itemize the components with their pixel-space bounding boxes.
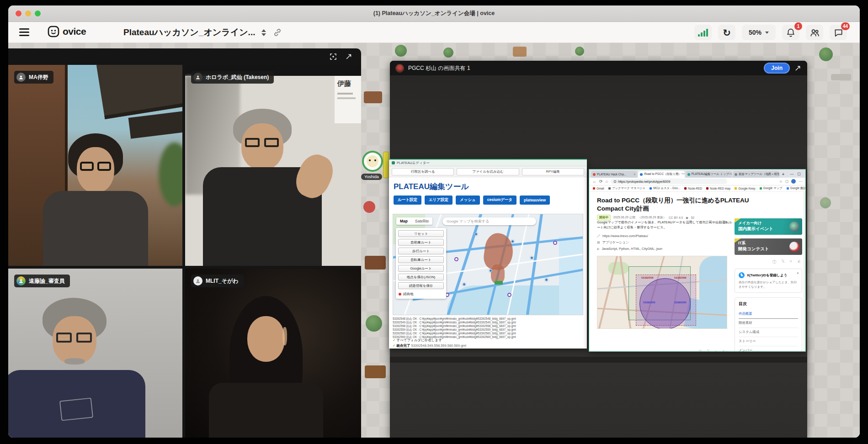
copy-link-icon[interactable] xyxy=(272,27,282,37)
x-icon[interactable]: 𝕏 xyxy=(707,349,710,352)
avatar-name-label: Yoshida xyxy=(361,174,382,180)
toc-item-materials[interactable]: 開発素材 xyxy=(739,319,798,328)
article-tags[interactable]: JavaScript, Python, HTML, CityGML, json xyxy=(602,247,662,251)
article-title-line1: Road to PGCC（段取り用）一強引に進めるPLATEAU xyxy=(597,196,749,205)
x-icon[interactable]: 𝕏 xyxy=(781,259,784,265)
plateauview-button[interactable]: plateauview xyxy=(520,196,550,205)
bookmark-gmail[interactable]: Gmail xyxy=(593,187,604,190)
bookmark-node-red[interactable]: Node-RED xyxy=(684,187,702,190)
route-setting-button[interactable]: ルート設定 xyxy=(394,196,421,205)
join-share-button[interactable]: Join xyxy=(764,63,790,74)
close-window-button[interactable] xyxy=(16,11,21,16)
video-feed-endo: 遠藤諭_審査員 xyxy=(8,269,182,438)
bookmark-manager[interactable]: ブックマーク マネージャ xyxy=(608,186,645,190)
google-route-button[interactable]: Googleルート xyxy=(398,265,444,272)
expand-panel-icon[interactable] xyxy=(345,53,353,61)
area-setting-button[interactable]: エリア設定 xyxy=(425,196,453,205)
plateau-menu-rpy[interactable]: RPY編集 xyxy=(522,168,584,175)
mesh-button[interactable]: メッシュ xyxy=(456,196,480,205)
room-selector[interactable]: Plateauハッカソン_オンライン... xyxy=(123,26,282,38)
new-tab-button[interactable]: + xyxy=(780,172,787,178)
plateau-editor-window: PLATEAUエディター 行政区を調べる ファイルを読み込む RPY編集 PLA… xyxy=(389,159,587,349)
signal-bars-icon xyxy=(698,28,708,37)
plateau-menu-loadfile[interactable]: ファイルを読み込む xyxy=(457,168,519,175)
notification-badge: 1 xyxy=(794,22,802,30)
chat-button[interactable]: 44 xyxy=(830,25,847,40)
share-icon[interactable]: < xyxy=(714,349,717,352)
window-controls[interactable]: —▢ xyxy=(787,172,804,178)
menu-icon[interactable] xyxy=(19,28,29,36)
walk-route-button[interactable]: 歩行ルート xyxy=(398,248,444,254)
toc-item-overview[interactable]: 作品概要 xyxy=(739,310,798,319)
video-grid-panel: MA伴野 伊藤 xyxy=(8,48,361,438)
bookmarks-bar: Gmail ブックマーク マネージャ MCU カスタ - Goo... Node… xyxy=(589,185,805,192)
tab-plateau-editor[interactable]: PLATEAU編集ツール トップページ× xyxy=(686,171,732,178)
eye-icon: ◉ xyxy=(686,216,688,220)
article-title-line2: Compact City計画 xyxy=(597,205,649,213)
urlbar-right-icons[interactable]: ☆⬡⋯ xyxy=(779,179,802,184)
road-decoration xyxy=(831,74,851,80)
members-button[interactable] xyxy=(806,25,823,40)
tab-integrated-map[interactable]: 統合マップツール（地図＋模型＋...× xyxy=(733,171,779,178)
bookmark-google-maps[interactable]: Google マップ xyxy=(760,186,783,190)
like-icon[interactable]: 👍︎0 xyxy=(722,349,727,352)
like-icon[interactable]: 👍︎ xyxy=(797,259,801,265)
cesium-data-button[interactable]: cesiumデータ xyxy=(483,196,517,205)
bookmark-node-red-map[interactable]: Node-RED map xyxy=(706,187,730,190)
folder-icon: ▤ xyxy=(597,241,600,244)
avatar[interactable] xyxy=(362,151,383,172)
map-search-input[interactable]: Google マップを検索する xyxy=(442,217,536,225)
map-transit-icon xyxy=(507,293,511,297)
ovice-logo[interactable]: ovice xyxy=(48,26,86,37)
scene-overlay-card: 伊藤 xyxy=(335,76,361,123)
close-icon[interactable]: × xyxy=(797,271,799,275)
map-marker xyxy=(511,240,514,243)
expand-share-icon[interactable] xyxy=(794,64,802,72)
article-category[interactable]: アプリケーション xyxy=(602,240,629,245)
page-scrollbar[interactable] xyxy=(804,192,805,351)
share-icon[interactable]: < xyxy=(790,259,792,265)
bookmark-google-translate[interactable]: Google 翻訳 xyxy=(787,186,806,190)
map-button[interactable]: Map xyxy=(396,217,411,225)
bookmark-google-keep[interactable]: Google Keep xyxy=(735,187,755,190)
address-input[interactable]: https://protopedia.net/prototype/6009 xyxy=(611,179,727,184)
article-description: Googleマップで都市のイメージを描き、PLATEAUデータを活用して都市計画… xyxy=(597,220,732,230)
plateau-map[interactable]: Map Satellite Google マップを検索する リセット 自動車ルー… xyxy=(393,214,583,315)
close-icon[interactable]: × xyxy=(634,173,635,176)
connection-status-button[interactable] xyxy=(694,25,712,40)
bookmark-favicon xyxy=(650,187,652,190)
zoom-level-select[interactable]: 50% xyxy=(742,25,776,40)
toc-item-system[interactable]: システム構成 xyxy=(739,328,798,337)
notifications-button[interactable]: 1 xyxy=(782,25,799,40)
scene-art xyxy=(337,93,353,95)
toc-item-story[interactable]: ストーリー xyxy=(739,337,798,346)
banner-maker-event[interactable]: メイカー向け 国内展示イベント xyxy=(735,218,802,235)
facebook-icon[interactable]: ⓕ xyxy=(698,349,702,352)
plateau-menu-district[interactable]: 行政区を調べる xyxy=(392,168,454,175)
furniture-decoration xyxy=(513,47,527,57)
facebook-icon[interactable]: ⓕ xyxy=(772,259,776,265)
focus-view-icon[interactable] xyxy=(329,53,337,61)
article-link[interactable]: https://www.iirevo.com/Plateau/ xyxy=(602,234,648,238)
toc-item-members[interactable]: メンバー xyxy=(739,346,798,352)
reset-button[interactable]: リセット xyxy=(398,230,444,237)
plateau-favicon xyxy=(392,161,395,164)
bookmark-mcu[interactable]: MCU カスタ - Goo... xyxy=(650,186,680,190)
video-panel-header xyxy=(8,48,361,65)
reload-button[interactable]: ↻ xyxy=(718,25,735,40)
zoom-window-button[interactable] xyxy=(35,11,41,16)
tab-road-to-pgcc[interactable]: Road to PGCC（段取り用）一強...× xyxy=(638,171,684,178)
participant-name: 遠藤諭_審査員 xyxy=(29,277,65,285)
nav-icons[interactable]: ←⟳⌂ xyxy=(592,179,608,184)
bicycle-route-button[interactable]: 自転車ルート xyxy=(398,256,444,263)
satellite-button[interactable]: Satellite xyxy=(411,217,432,225)
tag-icon: ⬖ xyxy=(597,247,599,251)
banner-it-contest[interactable]: IT系 開発コンテスト xyxy=(735,238,802,255)
tab-plateau-hack[interactable]: PLATEAU Hack Cha...× xyxy=(591,171,637,178)
page-right-rail: メイカー向け 国内展示イベント IT系 開発コンテスト ⓕ 𝕏 < xyxy=(735,218,802,352)
save-route-button[interactable]: 経路情報を保存 xyxy=(398,282,444,289)
car-route-button[interactable]: 自動車ルート xyxy=(398,239,444,246)
scene-art xyxy=(96,65,182,119)
save-points-button[interactable]: 地点を保存(JSON) xyxy=(398,274,444,280)
minimize-window-button[interactable] xyxy=(25,11,31,16)
